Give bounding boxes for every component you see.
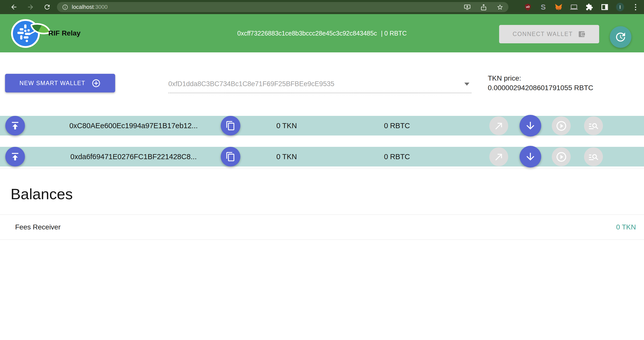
browser-forward-icon[interactable] [27,3,34,11]
share-icon[interactable] [480,4,487,11]
metamask-extension-icon[interactable] [555,3,563,11]
relay-search-button[interactable] [584,116,603,135]
tkn-price: TKN price: 0.00000294208601791055 RBTC [488,74,593,93]
wallet-tkn-balance: 0 TKN [262,147,311,166]
extensions-puzzle-icon[interactable] [585,3,593,11]
fees-receiver-value: 0 TKN [616,223,636,231]
account-balance: | 0 RBTC [381,30,407,37]
side-panel-icon[interactable] [601,3,609,11]
new-smart-wallet-label: NEW SMART WALLET [19,80,85,87]
upload-icon [10,151,21,162]
copy-address-button[interactable] [221,116,240,135]
app-header: RIF Relay 0xcff73226883c1ce8b3bccc28e45c… [0,14,644,52]
receive-button[interactable] [520,115,541,137]
refresh-clock-icon [615,31,627,43]
wallet-select-value: 0xfD1dda8C3BC734Bc1C8e71F69F25BFBEe9cE95… [168,80,334,88]
browser-reload-icon[interactable] [43,3,51,11]
new-smart-wallet-button[interactable]: NEW SMART WALLET [5,74,115,92]
transfer-button[interactable] [489,116,508,135]
fees-receiver-row: Fees Receiver 0 TKN [0,215,644,240]
url-host: localhost [72,4,94,10]
balances-title: Balances [11,185,73,203]
wallet-address: 0xda6f69471E0276FC1BF221428C8... [58,147,209,166]
address-bar[interactable]: localhost:3000 [57,2,508,12]
install-page-icon[interactable] [464,4,471,11]
play-circle-icon [556,151,567,163]
wallet-select[interactable]: 0xfD1dda8C3BC734Bc1C8e71F69F25BFBEe9cE95… [168,75,471,93]
arrow-up-right-icon [494,152,504,162]
connect-wallet-button[interactable]: CONNECT WALLET [499,25,599,43]
arrow-up-right-icon [494,121,504,131]
screen: localhost:3000 uO S [0,0,644,340]
profile-avatar[interactable]: I [616,3,624,11]
add-circle-icon [91,79,101,88]
s-extension-icon[interactable]: S [539,3,547,11]
upload-icon [10,120,21,131]
smart-wallet-row: 0xda6f69471E0276FC1BF221428C8... 0 TKN 0… [0,147,644,166]
smart-wallet-row: 0xC80AEe600Ec1994a97E1B17eb12... 0 TKN 0… [0,116,644,135]
site-info-icon[interactable] [62,4,68,10]
relay-search-button[interactable] [584,147,603,166]
rif-relay-logo-icon [11,19,49,49]
url-text: localhost:3000 [72,4,108,10]
arrow-down-icon [525,120,536,131]
app-title: RIF Relay [48,14,81,52]
wallet-rbtc-balance: 0 RBTC [372,116,422,135]
connect-wallet-label: CONNECT WALLET [513,31,573,38]
search-list-icon [588,151,599,162]
arrow-down-icon [525,151,536,162]
extension-cluster: uO S I [524,3,639,12]
divider [0,168,644,169]
wallet-rbtc-balance: 0 RBTC [372,147,422,166]
tkn-price-value: 0.00000294208601791055 RBTC [488,83,593,93]
copy-icon [226,152,236,162]
transfer-button[interactable] [489,147,508,166]
play-circle-icon [556,120,567,132]
receive-button[interactable] [520,146,541,167]
account-address: 0xcff73226883c1ce8b3bccc28e45c3c92c84348… [237,30,377,37]
browser-toolbar: localhost:3000 uO S [0,0,644,14]
wallet-tkn-balance: 0 TKN [262,116,311,135]
deploy-wallet-button[interactable] [5,147,25,166]
fees-receiver-label: Fees Receiver [15,223,61,231]
copy-address-button[interactable] [221,147,240,166]
chevron-down-icon [464,83,469,86]
url-port: :3000 [94,4,108,10]
copy-icon [226,121,236,131]
browser-menu-dots-icon[interactable] [631,3,639,11]
deploy-wallet-button[interactable] [5,116,25,135]
ublock-label: uO [526,6,530,8]
wallet-icon [578,30,586,38]
refresh-button[interactable] [610,26,631,48]
profile-initial: I [616,3,624,11]
tkn-price-label: TKN price: [488,74,593,83]
execute-button[interactable] [552,147,571,166]
laptop-extension-icon[interactable] [570,3,578,11]
search-list-icon [588,120,599,131]
header-account: 0xcff73226883c1ce8b3bccc28e45c3c92c84348… [237,14,407,52]
execute-button[interactable] [552,116,571,135]
ublock-extension-icon[interactable]: uO [524,3,532,11]
bookmark-star-icon[interactable] [497,4,503,11]
wallet-address: 0xC80AEe600Ec1994a97E1B17eb12... [58,116,209,135]
browser-back-icon[interactable] [10,3,18,11]
